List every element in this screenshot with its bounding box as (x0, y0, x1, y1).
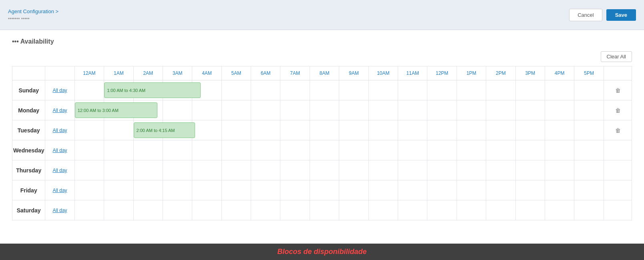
cell-thursday-11am[interactable] (398, 160, 427, 180)
cell-friday-1pm[interactable] (457, 180, 486, 200)
cell-tuesday-12pm[interactable] (427, 120, 457, 140)
cell-thursday-7am[interactable] (280, 160, 310, 180)
cell-monday-12am[interactable]: 12:00 AM to 3:00 AM (74, 100, 104, 120)
cell-saturday-2pm[interactable] (486, 200, 515, 220)
cell-wednesday-3am[interactable] (163, 140, 192, 160)
cell-tuesday-5pm[interactable] (574, 120, 604, 140)
cell-sunday-11am[interactable] (398, 80, 427, 100)
cell-tuesday-3pm[interactable] (515, 120, 545, 140)
cell-friday-10am[interactable] (368, 180, 398, 200)
cell-tuesday-4pm[interactable] (545, 120, 574, 140)
clear-all-button[interactable]: Clear All (601, 51, 632, 62)
cell-sunday-8am[interactable] (310, 80, 339, 100)
cell-wednesday-10am[interactable] (368, 140, 398, 160)
cell-saturday-1am[interactable] (104, 200, 133, 220)
delete-col-tuesday[interactable]: 🗑 (604, 120, 632, 140)
allday-link-monday[interactable]: All day (53, 108, 67, 113)
allday-thursday[interactable]: All day (45, 160, 74, 180)
save-button[interactable]: Save (606, 9, 636, 21)
delete-button-sunday[interactable]: 🗑 (615, 87, 621, 94)
delete-col-monday[interactable]: 🗑 (604, 100, 632, 120)
allday-wednesday[interactable]: All day (45, 140, 74, 160)
cancel-button[interactable]: Cancel (569, 9, 602, 21)
cell-saturday-10am[interactable] (368, 200, 398, 220)
cell-thursday-9am[interactable] (339, 160, 368, 180)
cell-thursday-5pm[interactable] (574, 160, 604, 180)
cell-wednesday-5pm[interactable] (574, 140, 604, 160)
allday-link-friday[interactable]: All day (53, 188, 67, 193)
cell-monday-7am[interactable] (280, 100, 310, 120)
cell-tuesday-2am[interactable]: 2:00 AM to 4:15 AM (133, 120, 163, 140)
cell-friday-6am[interactable] (251, 180, 280, 200)
cell-friday-12am[interactable] (74, 180, 104, 200)
cell-wednesday-2am[interactable] (133, 140, 163, 160)
cell-thursday-1am[interactable] (104, 160, 133, 180)
cell-tuesday-10am[interactable] (368, 120, 398, 140)
cell-friday-7am[interactable] (280, 180, 310, 200)
cell-friday-1am[interactable] (104, 180, 133, 200)
allday-link-thursday[interactable]: All day (53, 168, 67, 173)
cell-thursday-2pm[interactable] (486, 160, 515, 180)
cell-monday-5am[interactable] (221, 100, 251, 120)
cell-tuesday-3am[interactable] (163, 120, 192, 140)
cell-friday-2pm[interactable] (486, 180, 515, 200)
cell-tuesday-5am[interactable] (221, 120, 251, 140)
cell-monday-1pm[interactable] (457, 100, 486, 120)
cell-tuesday-9am[interactable] (339, 120, 368, 140)
allday-link-sunday[interactable]: All day (53, 88, 67, 93)
cell-sunday-2am[interactable] (133, 80, 163, 100)
cell-sunday-5am[interactable] (221, 80, 251, 100)
cell-sunday-7am[interactable] (280, 80, 310, 100)
cell-saturday-4pm[interactable] (545, 200, 574, 220)
cell-friday-11am[interactable] (398, 180, 427, 200)
cell-saturday-3am[interactable] (163, 200, 192, 220)
cell-tuesday-11am[interactable] (398, 120, 427, 140)
cell-saturday-3pm[interactable] (515, 200, 545, 220)
allday-friday[interactable]: All day (45, 180, 74, 200)
cell-monday-4pm[interactable] (545, 100, 574, 120)
cell-tuesday-1am[interactable] (104, 120, 133, 140)
cell-monday-12pm[interactable] (427, 100, 457, 120)
cell-tuesday-4am[interactable] (192, 120, 221, 140)
cell-wednesday-4pm[interactable] (545, 140, 574, 160)
cell-saturday-1pm[interactable] (457, 200, 486, 220)
allday-monday[interactable]: All day (45, 100, 74, 120)
cell-sunday-12pm[interactable] (427, 80, 457, 100)
cell-thursday-4pm[interactable] (545, 160, 574, 180)
breadcrumb[interactable]: Agent Configuration > (8, 8, 58, 14)
cell-thursday-10am[interactable] (368, 160, 398, 180)
cell-saturday-2am[interactable] (133, 200, 163, 220)
cell-saturday-4am[interactable] (192, 200, 221, 220)
cell-friday-5am[interactable] (221, 180, 251, 200)
cell-monday-6am[interactable] (251, 100, 280, 120)
cell-thursday-5am[interactable] (221, 160, 251, 180)
cell-tuesday-12am[interactable] (74, 120, 104, 140)
cell-thursday-3pm[interactable] (515, 160, 545, 180)
cell-wednesday-12am[interactable] (74, 140, 104, 160)
cell-wednesday-4am[interactable] (192, 140, 221, 160)
cell-wednesday-8am[interactable] (310, 140, 339, 160)
cell-friday-12pm[interactable] (427, 180, 457, 200)
cell-wednesday-12pm[interactable] (427, 140, 457, 160)
cell-friday-9am[interactable] (339, 180, 368, 200)
cell-friday-4pm[interactable] (545, 180, 574, 200)
cell-monday-2am[interactable] (133, 100, 163, 120)
delete-col-sunday[interactable]: 🗑 (604, 80, 632, 100)
cell-sunday-10am[interactable] (368, 80, 398, 100)
cell-monday-5pm[interactable] (574, 100, 604, 120)
cell-saturday-6am[interactable] (251, 200, 280, 220)
delete-button-tuesday[interactable]: 🗑 (615, 127, 621, 134)
cell-wednesday-3pm[interactable] (515, 140, 545, 160)
cell-wednesday-9am[interactable] (339, 140, 368, 160)
cell-thursday-12pm[interactable] (427, 160, 457, 180)
cell-saturday-12pm[interactable] (427, 200, 457, 220)
cell-sunday-1am[interactable]: 1:00 AM to 4:30 AM (104, 80, 133, 100)
cell-monday-3am[interactable] (163, 100, 192, 120)
cell-wednesday-11am[interactable] (398, 140, 427, 160)
allday-link-tuesday[interactable]: All day (53, 128, 67, 133)
cell-monday-11am[interactable] (398, 100, 427, 120)
cell-tuesday-1pm[interactable] (457, 120, 486, 140)
cell-friday-3pm[interactable] (515, 180, 545, 200)
cell-monday-3pm[interactable] (515, 100, 545, 120)
cell-monday-2pm[interactable] (486, 100, 515, 120)
